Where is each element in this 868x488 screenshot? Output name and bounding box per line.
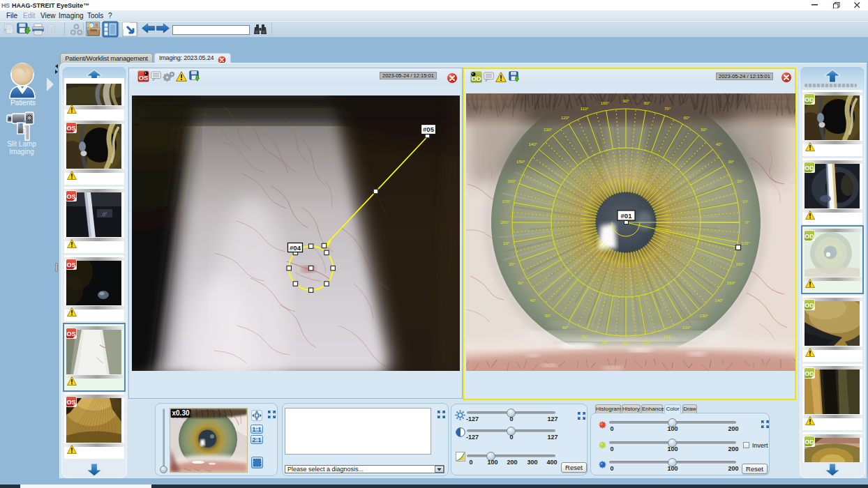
svg-text:120°: 120° (682, 326, 691, 330)
svg-text:160°: 160° (507, 179, 516, 183)
svg-text:150°: 150° (726, 281, 735, 285)
svg-text:130°: 130° (544, 128, 553, 132)
svg-text:OS: OS (66, 193, 75, 200)
svg-text:160°: 160° (735, 262, 744, 266)
svg-text:30°: 30° (518, 281, 525, 285)
svg-text:OS: OS (66, 399, 75, 406)
svg-text:OD: OD (805, 165, 814, 171)
svg-text:90°: 90° (622, 99, 629, 103)
svg-text:OS: OS (66, 125, 75, 132)
svg-text:120°: 120° (561, 116, 570, 120)
svg-text:#04: #04 (290, 244, 301, 252)
svg-text:100°: 100° (643, 340, 652, 344)
svg-text:150°: 150° (516, 160, 525, 164)
svg-text:0°: 0° (745, 220, 749, 224)
svg-text:140°: 140° (528, 142, 537, 146)
svg-text:10°: 10° (503, 241, 510, 245)
svg-text:110°: 110° (664, 335, 673, 339)
svg-text:100°: 100° (601, 101, 610, 105)
svg-text:OS: OS (66, 261, 75, 268)
svg-text:20°: 20° (737, 179, 744, 183)
svg-text:60°: 60° (683, 116, 690, 120)
svg-text:OD: OD (805, 370, 814, 377)
svg-text:40°: 40° (716, 142, 723, 146)
svg-text:180°: 180° (500, 220, 509, 224)
svg-text:80°: 80° (644, 101, 651, 105)
svg-text:70°: 70° (581, 335, 588, 339)
svg-text:20°: 20° (509, 262, 516, 266)
svg-text:OD: OD (805, 302, 814, 309)
svg-text:OD: OD (805, 233, 814, 240)
svg-text:140°: 140° (714, 298, 724, 303)
svg-text:50°: 50° (545, 314, 552, 318)
svg-text:50°: 50° (701, 128, 708, 132)
svg-text:170°: 170° (502, 199, 511, 204)
svg-text:.0°: .0° (101, 212, 107, 217)
svg-text:OS: OS (66, 330, 75, 337)
svg-text:70°: 70° (664, 107, 671, 111)
svg-text:2:1: 2:1 (252, 436, 261, 443)
svg-text:60°: 60° (562, 326, 569, 330)
svg-text:110°: 110° (581, 107, 590, 111)
svg-text:1:1: 1:1 (252, 426, 261, 433)
svg-text:OD: OD (805, 439, 814, 445)
svg-text:80°: 80° (601, 340, 608, 344)
svg-text:OD: OD (805, 96, 814, 103)
svg-text:130°: 130° (700, 314, 709, 318)
svg-text:90°: 90° (622, 342, 629, 346)
svg-text:#01: #01 (621, 212, 633, 220)
svg-text:40°: 40° (530, 298, 537, 303)
svg-text:10°: 10° (742, 199, 749, 204)
svg-text:#05: #05 (423, 125, 435, 133)
svg-text:170°: 170° (741, 241, 750, 245)
svg-text:30°: 30° (728, 160, 735, 164)
